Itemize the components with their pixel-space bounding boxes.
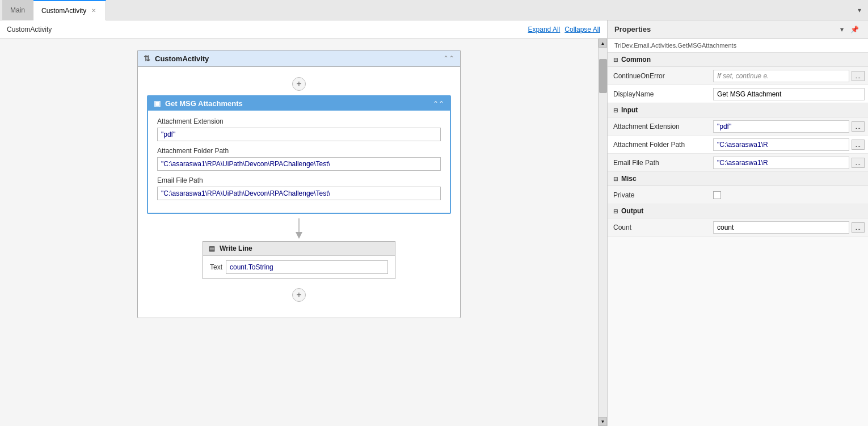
properties-title: Properties (614, 25, 651, 33)
prop-input-display-name[interactable] (713, 88, 865, 100)
breadcrumb-text: CustomActivity (7, 26, 52, 33)
section-input-label: Input (621, 106, 638, 114)
inner-activity-get-msg: ▣ Get MSG Attachments ⌃⌃ Attachment Exte… (147, 95, 451, 214)
section-input-collapse[interactable]: ⊟ (613, 107, 618, 113)
prop-key-folder-path: Attachment Folder Path (608, 138, 710, 151)
field-input-attachment-ext[interactable] (157, 128, 441, 141)
prop-row-count: Count ... (608, 218, 868, 237)
section-misc-collapse[interactable]: ⊟ (613, 176, 618, 182)
write-line-icon: ▤ (209, 244, 215, 252)
prop-key-continue-on-error: ContinueOnError (608, 69, 710, 83)
outer-activity-title-group: ⇅ CustomActivity (144, 54, 209, 63)
prop-checkbox-private[interactable] (713, 191, 721, 199)
prop-value-email-path: ... (710, 154, 868, 171)
prop-btn-continue-on-error[interactable]: ... (852, 71, 865, 81)
breadcrumb-bar: CustomActivity Expand All Collapse All (0, 20, 607, 39)
tab-custom[interactable]: CustomActivity ✕ (33, 0, 106, 20)
canvas-main: ⇅ CustomActivity ⌃⌃ + (0, 39, 598, 426)
canvas-wrapper: ⇅ CustomActivity ⌃⌃ + (0, 39, 607, 426)
properties-actions: ▾ 📌 (838, 24, 861, 35)
outer-activity-header: ⇅ CustomActivity ⌃⌃ (138, 50, 460, 67)
prop-row-continue-on-error: ContinueOnError ... (608, 67, 868, 85)
prop-input-email-path[interactable] (713, 157, 849, 169)
section-misc: ⊟ Misc Private (608, 172, 868, 204)
canvas-area: CustomActivity Expand All Collapse All ⇅… (0, 20, 607, 426)
section-output-collapse[interactable]: ⊟ (613, 208, 618, 214)
scroll-down-btn[interactable]: ▼ (599, 417, 607, 426)
prop-btn-attachment-ext[interactable]: ... (852, 121, 865, 132)
prop-input-count[interactable] (713, 221, 849, 234)
prop-key-private: Private (608, 188, 710, 202)
properties-pin-btn[interactable]: 📌 (848, 24, 861, 35)
prop-value-count: ... (710, 219, 868, 236)
tab-bar: Main CustomActivity ✕ ▾ (0, 0, 868, 20)
inner-activity-icon: ▣ (154, 99, 161, 108)
bottom-add-button[interactable]: + (292, 288, 306, 302)
section-output: ⊟ Output Count ... (608, 204, 868, 237)
inner-activity-title-group: ▣ Get MSG Attachments (154, 99, 243, 108)
write-line-box: ▤ Write Line Text (203, 241, 395, 279)
prop-value-continue-on-error: ... (710, 68, 868, 85)
prop-row-email-path: Email File Path ... (608, 154, 868, 172)
prop-value-folder-path: ... (710, 136, 868, 153)
section-common: ⊟ Common ContinueOnError ... DisplayName (608, 53, 868, 103)
prop-key-attachment-ext: Attachment Extension (608, 120, 710, 133)
tab-dropdown-icon[interactable]: ▾ (853, 4, 866, 16)
prop-btn-folder-path[interactable]: ... (852, 140, 865, 150)
prop-value-display-name (710, 86, 868, 103)
write-line-header: ▤ Write Line (203, 242, 395, 256)
prop-key-display-name: DisplayName (608, 87, 710, 101)
prop-btn-email-path[interactable]: ... (852, 158, 865, 168)
prop-key-email-path: Email File Path (608, 156, 710, 170)
prop-key-count: Count (608, 221, 710, 234)
section-common-header: ⊟ Common (608, 53, 868, 67)
prop-row-attachment-ext: Attachment Extension ... (608, 117, 868, 136)
section-input-header: ⊟ Input (608, 103, 868, 117)
main-area: CustomActivity Expand All Collapse All ⇅… (0, 20, 868, 426)
properties-subtitle: TriDev.Email.Activities.GetMSGAttachment… (608, 39, 868, 53)
scroll-thumb[interactable] (599, 59, 607, 93)
tab-main-label: Main (10, 6, 25, 14)
prop-row-display-name: DisplayName (608, 85, 868, 103)
field-label-attachment-ext: Attachment Extension (157, 117, 441, 125)
field-label-email-path: Email File Path (157, 176, 441, 184)
inner-activity-collapse-icon[interactable]: ⌃⌃ (433, 100, 444, 108)
canvas-scrollbar: ▲ ▼ (598, 39, 607, 426)
prop-input-continue-on-error[interactable] (713, 70, 849, 82)
field-label-folder-path: Attachment Folder Path (157, 147, 441, 155)
tab-custom-label: CustomActivity (41, 7, 86, 15)
inner-activity-header: ▣ Get MSG Attachments ⌃⌃ (148, 96, 450, 111)
properties-panel: Properties ▾ 📌 TriDev.Email.Activities.G… (607, 20, 868, 426)
top-add-button[interactable]: + (292, 77, 306, 91)
outer-activity-container: ⇅ CustomActivity ⌃⌃ + (137, 50, 461, 318)
section-output-header: ⊟ Output (608, 204, 868, 218)
expand-all-button[interactable]: Expand All (528, 26, 561, 33)
scroll-up-btn[interactable]: ▲ (599, 39, 607, 48)
outer-activity-collapse-icon[interactable]: ⌃⌃ (443, 54, 454, 62)
outer-activity-title: CustomActivity (155, 54, 209, 63)
prop-input-folder-path[interactable] (713, 138, 849, 151)
field-input-folder-path[interactable] (157, 157, 441, 171)
field-input-email-path[interactable] (157, 187, 441, 200)
scroll-track (599, 48, 607, 417)
collapse-all-button[interactable]: Collapse All (564, 26, 600, 33)
down-arrow-svg (293, 218, 305, 241)
prop-btn-count[interactable]: ... (852, 222, 865, 233)
prop-row-folder-path: Attachment Folder Path ... (608, 136, 868, 154)
tab-main[interactable]: Main (2, 0, 33, 20)
breadcrumb-actions: Expand All Collapse All (528, 26, 600, 33)
outer-activity-icon: ⇅ (144, 54, 150, 63)
section-common-collapse[interactable]: ⊟ (613, 57, 618, 63)
write-line-text-input[interactable] (226, 260, 388, 274)
inner-activity-body: Attachment Extension Attachment Folder P… (148, 111, 450, 213)
write-line-body: Text (203, 256, 395, 279)
tab-close-icon[interactable]: ✕ (90, 7, 98, 14)
prop-input-attachment-ext[interactable] (713, 120, 849, 133)
outer-activity-body: + ▣ Get MSG Attachments ⌃⌃ (138, 67, 460, 312)
section-misc-header: ⊟ Misc (608, 172, 868, 186)
svg-marker-1 (296, 232, 302, 239)
properties-dropdown-btn[interactable]: ▾ (838, 24, 846, 35)
prop-value-private (710, 189, 868, 201)
section-misc-label: Misc (621, 175, 637, 183)
inner-activity-title: Get MSG Attachments (165, 99, 243, 108)
